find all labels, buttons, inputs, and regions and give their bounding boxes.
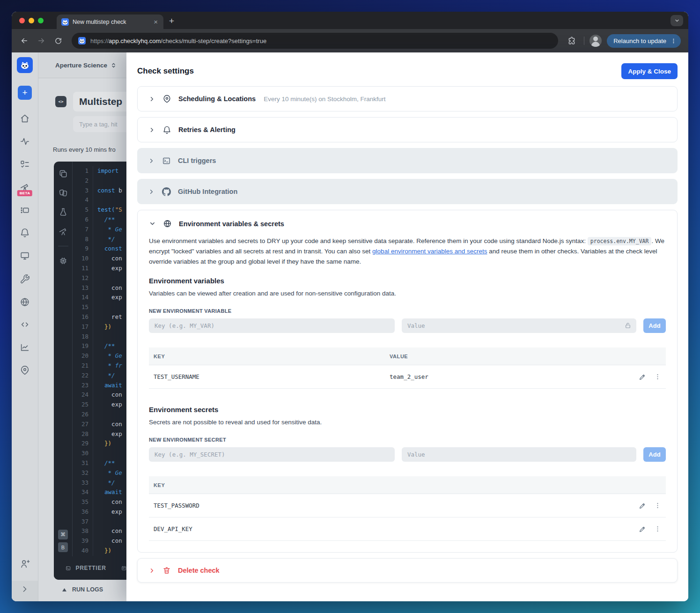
edit-pencil-icon[interactable] <box>639 525 646 533</box>
b-key-badge: B <box>58 542 68 552</box>
key-column-header: KEY <box>154 482 625 488</box>
edit-pencil-icon[interactable] <box>639 373 646 381</box>
minimize-window-button[interactable] <box>29 18 34 23</box>
edit-pencil-icon[interactable] <box>639 502 646 510</box>
section-label: GitHub Integration <box>178 188 237 195</box>
code-line: 11 exp <box>73 264 126 273</box>
chevron-right-icon <box>148 96 155 103</box>
env-section-header[interactable]: Environment variables & secrets <box>149 219 666 228</box>
table-header: KEY VALUE <box>149 347 666 365</box>
code-line: 4 <box>73 195 126 205</box>
chevron-right-icon <box>148 188 155 195</box>
close-window-button[interactable] <box>19 18 25 23</box>
github-integration-section[interactable]: GitHub Integration <box>137 179 678 204</box>
retries-alerting-section[interactable]: Retries & Alerting <box>137 117 678 142</box>
check-name-input[interactable]: Multistep <box>73 92 126 111</box>
collapse-sidebar-icon[interactable] <box>20 584 29 594</box>
telescope-icon[interactable] <box>59 227 68 236</box>
editor-code[interactable]: 1import2 3const b4 5test("S6 /**7 * Ge8 … <box>73 166 126 556</box>
terminal-icon <box>162 156 171 165</box>
new-variable-label: NEW ENVIRONMENT VARIABLE <box>149 308 666 314</box>
tab-close-icon[interactable]: × <box>153 18 159 25</box>
extensions-puzzle-icon[interactable] <box>565 34 579 48</box>
analytics-chart-icon[interactable] <box>20 342 30 353</box>
table-header: KEY <box>149 476 666 494</box>
kebab-menu-icon[interactable] <box>654 525 661 533</box>
apply-close-button[interactable]: Apply & Close <box>621 63 678 79</box>
account-switcher[interactable]: Aperture Science <box>38 52 126 78</box>
code-line: 10 con <box>73 254 126 264</box>
new-tab-button[interactable]: + <box>169 16 174 26</box>
relaunch-to-update-button[interactable]: Relaunch to update <box>607 34 681 48</box>
app-content: + BETA Aperture <box>12 52 688 601</box>
code-line: 2 <box>73 176 126 186</box>
code-line: 40 }) <box>73 546 126 556</box>
globe-icon <box>163 219 172 228</box>
back-button[interactable] <box>17 34 31 48</box>
forward-button[interactable] <box>34 34 48 48</box>
env-secrets-table: KEY TEST_PASSWORDDEV_API_KEY <box>149 476 666 541</box>
code-line: 7 * Ge <box>73 225 126 235</box>
code-line: 25 exp <box>73 400 126 410</box>
tab-search-button[interactable] <box>671 15 683 26</box>
section-label: Scheduling & Locations <box>178 95 256 103</box>
url-bar[interactable]: https://app.checklyhq.com/checks/multi-s… <box>72 33 558 49</box>
run-logs-toggle[interactable]: RUN LOGS <box>54 583 126 596</box>
panel-icon[interactable] <box>121 564 126 572</box>
variable-value-input[interactable] <box>402 318 636 333</box>
kebab-menu-icon[interactable] <box>654 502 661 510</box>
code-line: 24 con <box>73 390 126 400</box>
scheduling-locations-section[interactable]: Scheduling & Locations Every 10 minute(s… <box>137 86 678 111</box>
chip-icon[interactable] <box>59 256 68 266</box>
cli-triggers-section[interactable]: CLI triggers <box>137 148 678 173</box>
reload-button[interactable] <box>51 34 65 48</box>
copy-icon[interactable] <box>59 169 68 178</box>
locations-pin-icon[interactable] <box>20 365 30 376</box>
alerts-bell-icon[interactable] <box>20 228 30 238</box>
delete-check-section[interactable]: Delete check <box>137 558 678 583</box>
variable-key-input[interactable] <box>149 318 395 333</box>
checkly-logo[interactable] <box>17 57 33 73</box>
tag-input[interactable]: Type a tag, hit <box>73 116 126 132</box>
global-env-vars-link[interactable]: global environment variables and secrets <box>372 248 487 255</box>
new-variable-form: Add <box>149 318 666 333</box>
create-check-button[interactable]: + <box>18 86 32 100</box>
variable-key: TEST_USERNAME <box>154 373 390 380</box>
fullscreen-window-button[interactable] <box>38 18 44 23</box>
maintenance-tool-icon[interactable] <box>20 274 30 284</box>
env-secret-row: DEV_API_KEY <box>149 517 666 541</box>
check-editor-page: Aperture Science <> Multistep Type a tag… <box>38 52 126 601</box>
secret-key-input[interactable] <box>149 447 395 462</box>
variable-value: team_2_user <box>390 373 625 380</box>
profile-avatar[interactable] <box>589 35 602 47</box>
masks-icon[interactable] <box>59 188 68 198</box>
add-secret-button[interactable]: Add <box>643 447 666 462</box>
kebab-menu-icon[interactable] <box>654 373 661 381</box>
invite-user-icon[interactable] <box>20 559 30 569</box>
url-text: https://app.checklyhq.com/checks/multi-s… <box>90 37 266 44</box>
add-variable-button[interactable]: Add <box>643 318 666 333</box>
toolbar-divider <box>58 246 68 246</box>
kebab-menu-icon <box>671 38 677 44</box>
code-line: 9 const <box>73 244 126 254</box>
home-icon[interactable] <box>20 113 30 124</box>
github-icon <box>162 187 171 196</box>
unlock-icon[interactable] <box>624 322 632 329</box>
prettier-label[interactable]: PRETTIER <box>75 565 106 571</box>
code-line: 12 <box>73 273 126 283</box>
code-snippets-icon[interactable] <box>20 319 30 330</box>
globe-icon[interactable] <box>20 297 30 307</box>
test-sessions-icon[interactable] <box>20 205 30 215</box>
checklist-icon[interactable] <box>20 159 30 170</box>
checkly-favicon <box>61 18 69 26</box>
browser-tab[interactable]: New multistep check × <box>57 15 163 29</box>
env-secrets-rows: TEST_PASSWORDDEV_API_KEY <box>149 494 666 541</box>
editor-statusbar: PRETTIER <box>54 556 126 580</box>
secret-value-input[interactable] <box>402 447 636 462</box>
code-line: 32 * Ge <box>73 468 126 478</box>
dashboards-monitor-icon[interactable] <box>20 251 30 261</box>
section-label: Environment variables & secrets <box>179 220 284 228</box>
activity-icon[interactable] <box>20 136 30 147</box>
code-editor[interactable]: 1import2 3const b4 5test("S6 /**7 * Ge8 … <box>54 162 126 580</box>
flask-icon[interactable] <box>59 207 68 217</box>
